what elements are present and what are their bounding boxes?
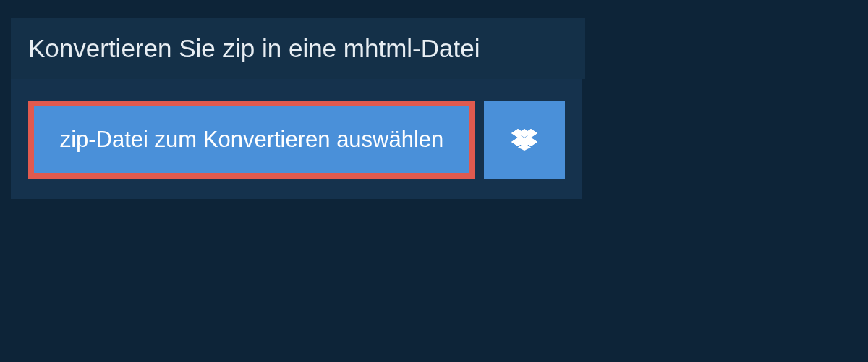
button-row: zip-Datei zum Konvertieren auswählen: [11, 79, 582, 199]
converter-card: Konvertieren Sie zip in eine mhtml-Datei…: [11, 18, 582, 199]
card-header: Konvertieren Sie zip in eine mhtml-Datei: [11, 18, 585, 79]
dropbox-icon: [511, 127, 537, 153]
dropbox-button[interactable]: [484, 101, 565, 179]
select-file-button[interactable]: zip-Datei zum Konvertieren auswählen: [28, 101, 475, 179]
page-title: Konvertieren Sie zip in eine mhtml-Datei: [28, 34, 568, 63]
select-file-label: zip-Datei zum Konvertieren auswählen: [60, 127, 444, 153]
